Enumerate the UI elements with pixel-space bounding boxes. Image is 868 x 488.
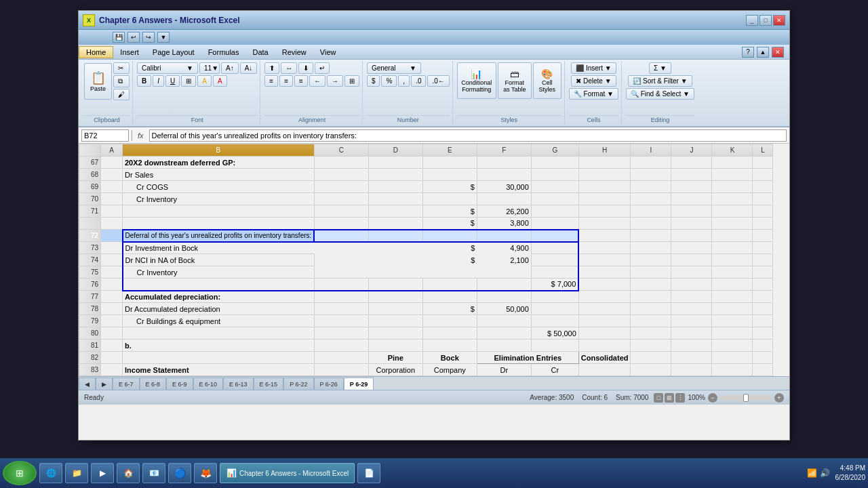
col-header-g[interactable]: G bbox=[531, 144, 578, 157]
tab-e69[interactable]: E 6-9 bbox=[166, 378, 193, 390]
sheet-tab-nav-left[interactable]: ◀ bbox=[79, 378, 96, 390]
cell-e81[interactable] bbox=[422, 340, 477, 352]
align-left-button[interactable]: ≡ bbox=[264, 75, 278, 87]
close-ribbon-button[interactable]: ✕ bbox=[772, 47, 784, 58]
cell-h68[interactable] bbox=[578, 169, 631, 181]
cell-k80[interactable] bbox=[712, 327, 753, 340]
cell-a67[interactable] bbox=[101, 157, 123, 169]
col-header-e[interactable]: E bbox=[422, 144, 477, 157]
cell-j77[interactable] bbox=[671, 291, 712, 303]
cell-d77[interactable] bbox=[368, 291, 422, 303]
cell-k70[interactable] bbox=[712, 193, 753, 205]
cell-l71b[interactable] bbox=[753, 218, 773, 230]
menu-formulas[interactable]: Formulas bbox=[201, 47, 246, 58]
menu-review[interactable]: Review bbox=[275, 47, 313, 58]
cell-k69[interactable] bbox=[712, 181, 753, 193]
view-layout-button[interactable]: ⊞ bbox=[665, 393, 674, 403]
cell-k78[interactable] bbox=[712, 303, 753, 315]
cell-b82[interactable] bbox=[123, 352, 315, 364]
start-button[interactable]: ⊞ bbox=[3, 461, 37, 485]
currency-button[interactable]: $ bbox=[367, 75, 380, 87]
cell-f77[interactable] bbox=[477, 291, 531, 303]
cell-a80[interactable] bbox=[101, 327, 123, 340]
taskbar-excel[interactable]: 📊 Chapter 6 Answers - Microsoft Excel bbox=[220, 463, 355, 483]
menu-home[interactable]: Home bbox=[79, 46, 113, 58]
autosum-button[interactable]: Σ ▼ bbox=[649, 62, 671, 74]
cell-h72[interactable] bbox=[578, 230, 631, 242]
cell-k81[interactable] bbox=[712, 340, 753, 352]
align-middle-button[interactable]: ↔ bbox=[281, 62, 297, 74]
cell-j83[interactable] bbox=[671, 364, 712, 376]
cell-d71a[interactable] bbox=[368, 205, 422, 218]
cell-j68[interactable] bbox=[671, 169, 712, 181]
view-break-button[interactable]: ⋮ bbox=[675, 393, 685, 403]
cell-d81[interactable] bbox=[368, 340, 422, 352]
cell-d75[interactable] bbox=[368, 266, 422, 279]
cell-b75[interactable]: Cr Inventory bbox=[123, 266, 315, 279]
maximize-button[interactable]: □ bbox=[760, 15, 772, 26]
taskbar-explorer[interactable]: 📁 bbox=[65, 463, 88, 483]
taskbar-mail[interactable]: 📧 bbox=[142, 463, 165, 483]
cell-i82[interactable] bbox=[631, 352, 671, 364]
sort-filter-button[interactable]: 🔃 Sort & Filter ▼ bbox=[628, 75, 692, 87]
cell-a71b[interactable] bbox=[101, 218, 123, 230]
cell-l83[interactable] bbox=[753, 364, 773, 376]
cell-a71a[interactable] bbox=[101, 205, 123, 218]
cell-k75[interactable] bbox=[712, 266, 753, 279]
cell-c71b[interactable] bbox=[314, 218, 368, 230]
cell-c81[interactable] bbox=[314, 340, 368, 352]
fill-color-button[interactable]: A bbox=[197, 75, 212, 87]
tab-e68[interactable]: E 6-8 bbox=[140, 378, 167, 390]
cell-j78[interactable] bbox=[671, 303, 712, 315]
cell-g70[interactable] bbox=[531, 193, 578, 205]
underline-button[interactable]: U bbox=[165, 75, 180, 87]
cell-f82[interactable]: Elimination Entries bbox=[477, 352, 578, 364]
zoom-in-button[interactable]: + bbox=[774, 393, 784, 403]
cell-c80[interactable] bbox=[314, 327, 368, 340]
cell-l78[interactable] bbox=[753, 303, 773, 315]
cell-b71b[interactable] bbox=[123, 218, 315, 230]
cell-h71b[interactable] bbox=[578, 218, 631, 230]
cell-h75[interactable] bbox=[578, 266, 631, 279]
cell-c71a[interactable] bbox=[314, 205, 368, 218]
conditional-formatting-button[interactable]: 📊 ConditionalFormatting bbox=[457, 62, 496, 99]
name-box[interactable]: B72 bbox=[81, 129, 129, 142]
cell-i71b[interactable] bbox=[631, 218, 671, 230]
taskbar-firefox[interactable]: 🦊 bbox=[194, 463, 217, 483]
cell-d76[interactable] bbox=[368, 279, 422, 291]
cell-i75[interactable] bbox=[631, 266, 671, 279]
cell-g74[interactable] bbox=[531, 254, 578, 266]
cell-e80[interactable] bbox=[422, 327, 477, 340]
cell-h70[interactable] bbox=[578, 193, 631, 205]
zoom-out-button[interactable]: − bbox=[708, 393, 717, 403]
cell-h76[interactable] bbox=[578, 279, 631, 291]
sheet-grid-area[interactable]: A B C D E F G H I J K L bbox=[79, 144, 789, 376]
cell-j74[interactable] bbox=[671, 254, 712, 266]
cell-j82[interactable] bbox=[671, 352, 712, 364]
cell-i67[interactable] bbox=[631, 157, 671, 169]
cell-e78[interactable]: $ bbox=[422, 303, 477, 315]
cell-j72[interactable] bbox=[671, 230, 712, 242]
cell-h79[interactable] bbox=[578, 315, 631, 327]
cell-c76[interactable] bbox=[314, 279, 368, 291]
cell-a72[interactable] bbox=[101, 230, 123, 242]
format-painter-button[interactable]: 🖌 bbox=[113, 89, 130, 100]
cell-k71a[interactable] bbox=[712, 205, 753, 218]
cell-d69[interactable] bbox=[368, 181, 422, 193]
tab-p626[interactable]: P 6-26 bbox=[314, 378, 344, 390]
cell-l81[interactable] bbox=[753, 340, 773, 352]
col-header-i[interactable]: I bbox=[631, 144, 671, 157]
cell-b69[interactable]: Cr COGS bbox=[123, 181, 315, 193]
cell-a81[interactable] bbox=[101, 340, 123, 352]
cell-i78[interactable] bbox=[631, 303, 671, 315]
cell-f71b[interactable]: 3,800 bbox=[477, 218, 531, 230]
tab-e610[interactable]: E 6-10 bbox=[193, 378, 224, 390]
col-header-f[interactable]: F bbox=[477, 144, 531, 157]
cell-f68[interactable] bbox=[477, 169, 531, 181]
sheet-tab-nav-right[interactable]: ▶ bbox=[96, 378, 113, 390]
cell-a83[interactable] bbox=[101, 364, 123, 376]
cell-h80[interactable] bbox=[578, 327, 631, 340]
cell-b73[interactable]: Dr Investment in Bock bbox=[123, 242, 315, 254]
cell-c82[interactable] bbox=[314, 352, 368, 364]
cell-g71b[interactable] bbox=[531, 218, 578, 230]
